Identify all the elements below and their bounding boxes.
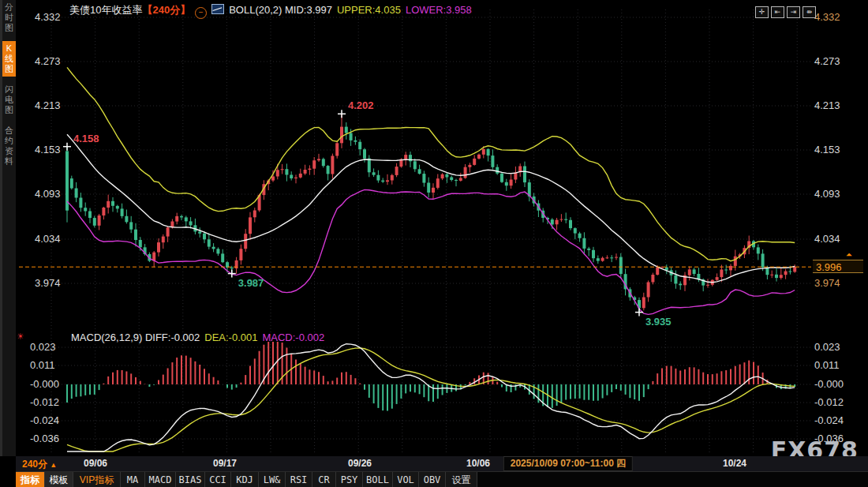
toolbar-button-xx[interactable]: 指标 [16,472,45,487]
price-axis-label-right: 4.213 [814,99,840,111]
sidebar-tab-char: 分 [2,2,16,13]
indicator-toolbar: 指标模板VIP指标MAMACDBIASCCIKDJLW&RSICRPSYBOLL… [16,471,868,487]
toolbar-button-psy[interactable]: PSY [336,472,363,487]
price-axis-label-left: 4.273 [35,55,61,67]
chart-icon[interactable] [211,4,224,14]
macd-axis-label-left: 0.011 [30,359,55,371]
macd-panel-header: MACD(26,12,9) DIFF:-0.002DEA:-0.001MACD:… [71,332,324,343]
price-axis-label-right: 4.273 [814,55,840,67]
period-arrow-icon: ▲ [50,461,57,469]
price-annotation: 4.158 [73,133,99,144]
toolbar-button-xx[interactable]: 模板 [45,472,73,487]
sidebar-tab-4[interactable]: 合约资料 [2,123,16,169]
price-marker-icon: ⏶ [846,252,852,258]
sidebar-tab-char: 图 [2,64,16,74]
price-axis-label-left: 4.213 [35,99,61,111]
boll-mid-legend: BOLL(20,2) MID:3.997 [229,4,332,16]
sidebar-tab-char: 资 [2,146,16,156]
chart-tool-icons: ✛⇤⇥⇻ [753,3,816,18]
toolbar-button-obv[interactable]: OBV [419,472,446,487]
toolbar-button-ma[interactable]: MA [121,472,145,487]
macd-axis-label-left: -0.036 [30,433,59,444]
sidebar-tab-char: 图 [2,23,16,33]
price-annotation: 4.202 [348,99,374,111]
toolbar-button-boll[interactable]: BOLL [363,472,393,487]
current-price-value: 3.996 [816,261,842,273]
macd-diff-legend: MACD(26,12,9) DIFF:-0.002 [71,332,200,343]
macd-axis-label-right: -0.000 [814,378,844,390]
macd-axis-label-right: -0.012 [814,396,844,408]
selected-candle-time-badge: 2025/10/09 07:00~11:00 四 [503,456,633,471]
sidebar-tab-char: 图 [2,105,16,115]
time-tick-label: 09/26 [348,458,372,469]
sidebar-tab-char: K [2,43,16,54]
sidebar-tab-char: 电 [2,95,16,105]
toolbar-button-vol[interactable]: VOL [393,472,419,487]
macd-axis-label-left: -0.000 [30,378,59,390]
toolbar-button-macd[interactable]: MACD [145,472,176,487]
price-axis-label-left: 4.093 [35,188,61,200]
toolbar-button-kdj[interactable]: KDJ [231,472,259,487]
compress-left-icon[interactable]: ⇤ [771,6,784,18]
toolbar-button-xx[interactable]: 设置 [446,472,477,487]
toolbar-button-bias[interactable]: BIAS [176,472,205,487]
toolbar-button-cr[interactable]: CR [312,472,336,487]
sidebar-tab-3[interactable]: 闪电图 [2,82,16,118]
toolbar-button-vipxx[interactable]: VIP指标 [73,472,121,487]
macd-axis-label-right: 0.011 [814,359,840,371]
price-axis-label-right: 4.332 [814,11,840,23]
candlestick-chart[interactable] [0,0,868,456]
price-axis-label-right: 4.093 [814,188,840,200]
price-axis-label-left: 4.332 [35,11,61,23]
sidebar-tab-char: 合 [2,125,16,136]
time-tick-label: 09/06 [84,458,107,469]
toolbar-button-lwx[interactable]: LW& [259,472,286,487]
sidebar-tab-2[interactable]: K线图 [2,41,16,77]
macd-dea-legend: DEA:-0.001 [204,332,257,343]
sidebar-tab-1[interactable]: 分时图 [2,0,16,36]
price-annotation: 3.987 [238,277,264,289]
price-axis-label-left: 4.034 [35,233,61,245]
boll-lower-legend: LOWER:3.958 [406,4,472,16]
instrument-title: 美债10年收益率 [69,4,142,16]
macd-axis-label-left: -0.012 [30,396,59,408]
macd-axis-label-right: -0.024 [814,414,844,426]
toolbar-button-rsi[interactable]: RSI [286,472,312,487]
time-tick-label: 10/06 [466,458,490,469]
price-axis-label-right: 4.153 [814,144,840,155]
chart-region[interactable]: 美债10年收益率【240分】−BOLL(20,2) MID:3.997UPPER… [0,0,868,456]
price-axis-label-left: 4.153 [35,144,61,155]
price-axis-label-right: 4.034 [814,233,840,245]
crosshair-icon[interactable]: ✛ [755,6,769,18]
pan-right-icon[interactable]: ⇻ [803,6,816,18]
boll-upper-legend: UPPER:4.035 [337,4,401,16]
macd-axis-label-right: 0.023 [814,341,840,353]
price-panel-header: 美债10年收益率【240分】−BOLL(20,2) MID:3.997UPPER… [69,3,472,19]
chart-type-sidebar: 分时图K线图闪电图合约资料 [0,0,16,456]
macd-macd-legend: MACD:-0.002 [262,332,324,343]
sidebar-tab-char: 约 [2,136,16,146]
alert-icon[interactable]: ☀ [17,332,24,342]
sidebar-tab-char: 时 [2,13,16,23]
period-selector[interactable]: 240分 ▲ [22,458,57,471]
trading-app-window: 分时图K线图闪电图合约资料 美债10年收益率【240分】−BOLL(20,2) … [0,0,868,487]
price-axis-label-right: 3.974 [814,277,840,289]
sidebar-tab-char: 料 [2,156,16,167]
time-axis: 240分 ▲ 09/0609/1709/2610/0610/242025/10/… [16,456,868,471]
price-axis-label-left: 3.974 [35,277,61,289]
sidebar-tab-char: 闪 [2,84,16,95]
current-price-tag: 3.996 [813,260,863,273]
compress-right-icon[interactable]: ⇥ [787,6,800,18]
period-tag: 【240分】 [142,4,190,16]
toolbar-button-cci[interactable]: CCI [205,472,231,487]
macd-axis-label-left: -0.024 [30,414,59,426]
sidebar-tab-char: 线 [2,54,16,64]
time-tick-label: 10/24 [723,458,746,469]
collapse-icon[interactable]: − [195,7,207,19]
time-tick-label: 09/17 [213,458,237,469]
price-annotation: 3.935 [645,316,672,328]
macd-axis-label-left: 0.023 [30,341,56,353]
